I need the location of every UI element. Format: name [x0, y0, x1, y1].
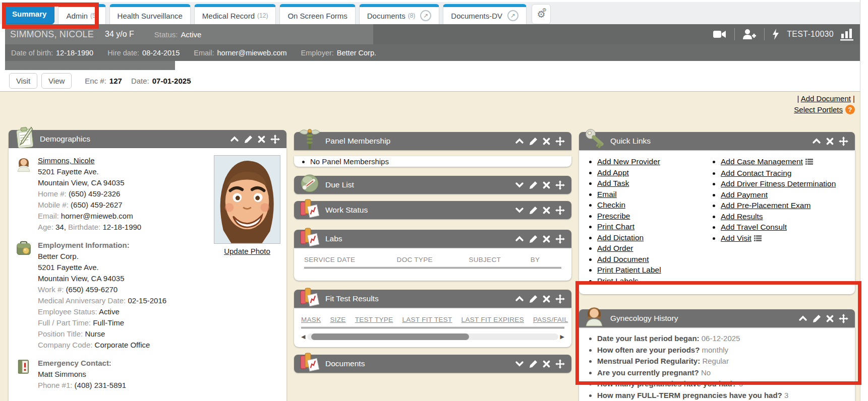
popout-icon[interactable]: ↗ — [507, 10, 518, 21]
move-icon[interactable] — [555, 137, 565, 146]
scroll-left-icon[interactable]: ◀ — [301, 333, 305, 340]
list-view-icon[interactable] — [805, 157, 813, 168]
fit-col-last-fit-expires[interactable]: LAST FIT EXPIRES — [461, 316, 524, 323]
close-icon[interactable] — [543, 181, 550, 189]
edit-icon[interactable] — [529, 235, 538, 243]
fit-col-pass-fail[interactable]: PASS/FAIL — [533, 316, 568, 323]
quick-link-print-labels[interactable]: Print Labels — [597, 277, 639, 285]
labs-header[interactable]: Labs — [294, 230, 571, 248]
edit-icon[interactable] — [529, 137, 538, 146]
quick-link-add-payment[interactable]: Add Payment — [721, 190, 768, 199]
tab-documents-dv[interactable]: Documents-DV↗ — [443, 4, 527, 24]
quick-link-checkin[interactable]: Checkin — [597, 201, 625, 209]
quick-link-add-appt[interactable]: Add Appt — [597, 168, 629, 177]
panel-membership-header[interactable]: Panel Membership — [294, 132, 571, 150]
expand-icon[interactable] — [515, 207, 524, 214]
update-photo-link[interactable]: Update Photo — [224, 247, 270, 255]
close-icon[interactable] — [826, 315, 834, 322]
fit-col-last-fit-test[interactable]: LAST FIT TEST — [402, 316, 452, 323]
flowsheet-chart-icon[interactable] — [840, 28, 854, 41]
collapse-icon[interactable] — [798, 315, 807, 322]
add-document-link[interactable]: Add Document — [801, 94, 851, 103]
work-status-header[interactable]: Work Status — [294, 201, 571, 219]
close-icon[interactable] — [258, 136, 265, 143]
quick-link-print-patient-label[interactable]: Print Patient Label — [597, 265, 661, 274]
lightning-icon[interactable] — [772, 28, 780, 40]
video-call-icon[interactable] — [712, 29, 727, 40]
move-icon[interactable] — [555, 359, 565, 369]
tab-health-surveillance[interactable]: Health Surveillance — [109, 4, 191, 24]
move-icon[interactable] — [555, 294, 565, 304]
collapse-icon[interactable] — [230, 136, 239, 143]
quick-link-add-order[interactable]: Add Order — [597, 244, 633, 252]
move-icon[interactable] — [555, 234, 565, 244]
quick-link-add-pre-placement-exam[interactable]: Add Pre-Placement Exam — [721, 201, 811, 210]
quick-link-add-visit[interactable]: Add Visit — [721, 234, 751, 242]
due-list-icon — [299, 172, 321, 196]
close-icon[interactable] — [543, 207, 550, 214]
expand-icon[interactable] — [515, 360, 524, 367]
quick-links-header[interactable]: Quick Links — [579, 132, 855, 150]
collapse-icon[interactable] — [515, 138, 524, 145]
fit-col-test-type[interactable]: TEST TYPE — [355, 316, 393, 323]
move-icon[interactable] — [555, 180, 565, 190]
fit-col-size[interactable]: SIZE — [330, 316, 345, 323]
move-icon[interactable] — [839, 137, 848, 146]
scrollbar-thumb[interactable] — [311, 333, 469, 340]
collapse-icon[interactable] — [515, 295, 524, 302]
view-button[interactable]: View — [41, 73, 72, 89]
list-view-icon[interactable] — [754, 233, 762, 244]
tab-documents[interactable]: Documents(8)↗ — [359, 4, 440, 24]
quick-link-email[interactable]: Email — [597, 190, 617, 198]
move-icon[interactable] — [839, 314, 848, 323]
move-icon[interactable] — [555, 206, 565, 215]
quick-link-prescribe[interactable]: Prescribe — [597, 212, 630, 220]
close-icon[interactable] — [543, 235, 550, 243]
tab-admin[interactable]: Admin(5) — [58, 4, 105, 24]
collapse-icon[interactable] — [812, 138, 821, 145]
add-person-icon[interactable] — [742, 28, 757, 40]
close-icon[interactable] — [543, 295, 550, 303]
popout-icon[interactable]: ↗ — [420, 10, 431, 21]
quick-link-add-document[interactable]: Add Document — [597, 255, 649, 263]
quick-link-add-new-provider[interactable]: Add New Provider — [597, 157, 660, 166]
quick-link-add-travel-consult[interactable]: Add Travel Consult — [721, 223, 787, 231]
close-icon[interactable] — [543, 360, 550, 368]
patient-name-link[interactable]: Simmons, Nicole — [38, 156, 95, 165]
address-line1: 5201 Fayette Ave. — [38, 166, 141, 177]
expand-icon[interactable] — [515, 181, 524, 188]
close-icon[interactable] — [543, 138, 550, 145]
select-portlets-link[interactable]: Select Portlets — [794, 105, 843, 114]
edit-icon[interactable] — [529, 360, 538, 368]
tab-settings-button[interactable]: ⚙ ⚙ — [532, 4, 551, 24]
scrollbar-track[interactable] — [307, 333, 558, 340]
quick-link-add-contact-tracing[interactable]: Add Contact Tracing — [721, 169, 791, 177]
quick-link-add-results[interactable]: Add Results — [721, 212, 763, 221]
edit-icon[interactable] — [529, 181, 538, 189]
documents-header[interactable]: Documents — [294, 355, 571, 373]
edit-icon[interactable] — [244, 135, 253, 144]
edit-icon[interactable] — [529, 295, 538, 303]
visit-button[interactable]: Visit — [9, 73, 37, 89]
vertical-scrollbar[interactable] — [860, 0, 868, 401]
scroll-right-icon[interactable]: ▶ — [560, 333, 564, 340]
close-icon[interactable] — [826, 138, 834, 145]
quick-link-add-driver-fitness[interactable]: Add Driver Fitness Determination — [721, 179, 836, 188]
collapse-icon[interactable] — [515, 235, 524, 242]
quick-link-add-case-management[interactable]: Add Case Management — [721, 157, 803, 166]
move-icon[interactable] — [270, 135, 280, 144]
quick-link-print-chart[interactable]: Print Chart — [597, 222, 634, 231]
tab-medical-record[interactable]: Medical Record(12) — [194, 4, 276, 24]
fit-test-header[interactable]: Fit Test Results — [294, 290, 571, 308]
quick-link-add-task[interactable]: Add Task — [597, 179, 629, 187]
due-list-header[interactable]: Due List — [294, 176, 571, 194]
edit-icon[interactable] — [529, 206, 538, 215]
edit-icon[interactable] — [813, 314, 821, 323]
tab-on-screen-forms[interactable]: On Screen Forms — [279, 4, 355, 24]
gynecology-header[interactable]: Gynecology History — [579, 309, 855, 327]
tab-summary[interactable]: Summary — [4, 3, 54, 24]
fit-col-mask[interactable]: MASK — [301, 316, 321, 323]
demographics-header[interactable]: Demographics — [9, 130, 286, 148]
help-icon[interactable]: ? — [845, 105, 855, 114]
quick-link-add-dictation[interactable]: Add Dictation — [597, 233, 644, 242]
